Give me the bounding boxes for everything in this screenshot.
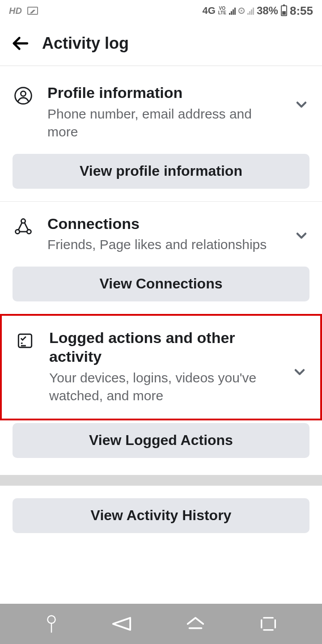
connections-icon — [13, 216, 34, 237]
section-text-logged: Logged actions and other activity Your d… — [49, 328, 278, 405]
svg-line-6 — [18, 222, 22, 229]
chevron-down-icon[interactable] — [292, 364, 308, 380]
system-nav-bar — [0, 604, 322, 644]
nav-home-icon[interactable] — [185, 616, 206, 632]
content: Profile information Phone number, email … — [0, 66, 322, 533]
view-logged-actions-label: View Logged Actions — [89, 432, 233, 449]
section-history: View Activity History — [0, 486, 322, 533]
section-divider — [0, 475, 322, 486]
battery-icon — [281, 5, 287, 16]
section-connections: Connections Friends, Page likes and rela… — [0, 202, 322, 314]
signal-icon-2 — [247, 7, 254, 15]
app-header: Activity log — [0, 21, 322, 66]
section-text-profile: Profile information Phone number, email … — [47, 83, 280, 141]
nav-recents-icon[interactable] — [259, 616, 278, 631]
section-text-connections: Connections Friends, Page likes and rela… — [47, 214, 280, 254]
highlight-logged-actions: Logged actions and other activity Your d… — [0, 314, 322, 420]
view-connections-label: View Connections — [99, 275, 222, 292]
profile-subtitle: Phone number, email address and more — [47, 105, 280, 141]
svg-point-3 — [21, 219, 25, 223]
svg-marker-14 — [113, 618, 130, 630]
view-logged-actions-button[interactable]: View Logged Actions — [13, 423, 309, 458]
section-row-logged[interactable]: Logged actions and other activity Your d… — [2, 316, 320, 405]
status-right: 4G VOLTE × 38% 8:55 — [202, 4, 313, 18]
view-profile-button[interactable]: View profile information — [13, 154, 309, 189]
nav-assistant-icon[interactable] — [45, 614, 58, 634]
svg-point-2 — [21, 91, 26, 96]
clock: 8:55 — [290, 4, 313, 18]
svg-point-12 — [47, 616, 55, 623]
back-arrow-icon[interactable] — [11, 34, 30, 53]
volte-icon: VOLTE — [218, 6, 226, 15]
svg-line-7 — [25, 222, 28, 229]
status-left: HD — [9, 6, 38, 16]
network-type: 4G — [202, 5, 215, 17]
view-activity-history-button[interactable]: View Activity History — [13, 498, 309, 533]
battery-percent: 38% — [257, 4, 278, 17]
logged-subtitle: Your devices, logins, videos you've watc… — [49, 369, 278, 405]
section-row-profile[interactable]: Profile information Phone number, email … — [0, 71, 322, 141]
profile-icon — [13, 85, 34, 106]
nav-back-icon[interactable] — [111, 616, 132, 632]
chevron-down-icon[interactable] — [293, 228, 309, 244]
connections-title: Connections — [47, 214, 280, 233]
logged-actions-icon — [14, 330, 36, 352]
chevron-down-icon[interactable] — [293, 97, 309, 113]
view-connections-button[interactable]: View Connections — [13, 267, 309, 301]
no-sim-icon: × — [238, 8, 245, 14]
view-activity-history-label: View Activity History — [91, 507, 232, 524]
section-profile: Profile information Phone number, email … — [0, 66, 322, 202]
logged-title: Logged actions and other activity — [49, 328, 278, 366]
view-profile-label: View profile information — [80, 163, 242, 179]
page-title: Activity log — [42, 34, 129, 53]
status-bar: HD 4G VOLTE × 38% 8:55 — [0, 0, 322, 21]
section-row-connections[interactable]: Connections Friends, Page likes and rela… — [0, 202, 322, 254]
screenshot-icon — [27, 7, 38, 15]
hd-indicator: HD — [9, 6, 22, 16]
signal-icon-1 — [229, 7, 236, 15]
connections-subtitle: Friends, Page likes and relationships — [47, 236, 280, 254]
profile-title: Profile information — [47, 83, 280, 102]
